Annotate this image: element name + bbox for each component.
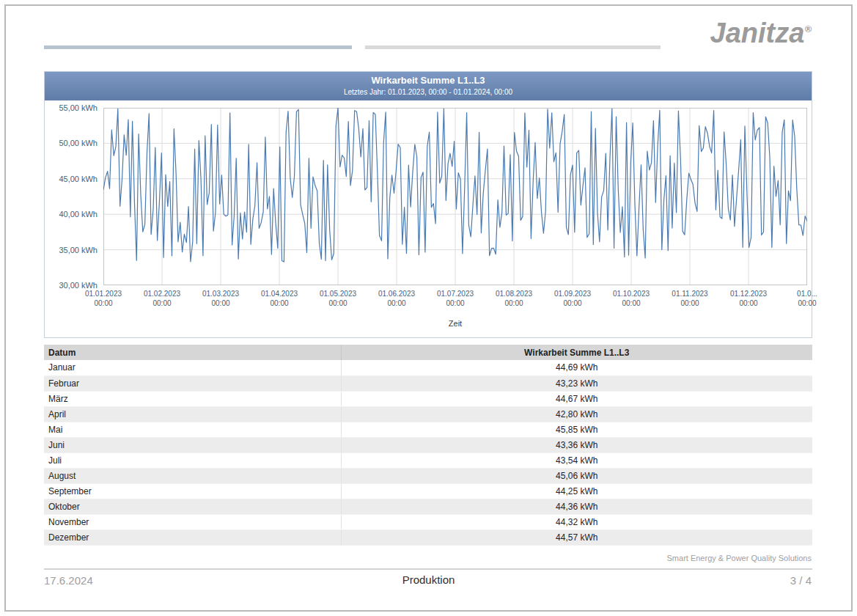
y-tick-label: 45,00 kWh xyxy=(45,175,98,183)
table-row: April42,80 kWh xyxy=(44,406,812,422)
y-tick-label: 50,00 kWh xyxy=(45,139,98,147)
kwh-value: 44,25 kWh xyxy=(341,483,812,499)
x-tick-label: 01.0...00:00 xyxy=(797,289,817,308)
kwh-value: 44,69 kWh xyxy=(341,360,812,375)
x-tick-label: 01.10.202300:00 xyxy=(613,289,650,308)
table-row: Oktober44,36 kWh xyxy=(44,499,812,514)
header-rule-right xyxy=(365,45,661,49)
y-tick-label: 55,00 kWh xyxy=(45,103,98,112)
kwh-value: 43,54 kWh xyxy=(341,452,812,468)
table-row: Juli43,54 kWh xyxy=(44,452,812,468)
month-label: Februar xyxy=(44,375,341,391)
table-row: September44,25 kWh xyxy=(44,483,812,499)
kwh-value: 43,36 kWh xyxy=(341,437,812,452)
footer-report-name: Produktion xyxy=(0,573,857,586)
y-tick-label: 40,00 kWh xyxy=(45,210,98,219)
x-tick-label: 01.08.202300:00 xyxy=(496,289,532,308)
month-label: Juni xyxy=(44,437,341,452)
x-tick-label: 01.11.202300:00 xyxy=(672,289,707,308)
footer-tagline: Smart Energy & Power Quality Solutions xyxy=(667,554,812,562)
table-row: Dezember44,57 kWh xyxy=(44,529,812,545)
table-header-row: Datum Wirkarbeit Summe L1..L3 xyxy=(44,345,812,360)
kwh-value: 45,06 kWh xyxy=(341,468,812,483)
x-tick-label: 01.02.202300:00 xyxy=(144,289,180,308)
table-row: Juni43,36 kWh xyxy=(44,437,812,452)
chart-subtitle: Letztes Jahr: 01.01.2023, 00:00 - 01.01.… xyxy=(45,88,812,96)
x-tick-label: 01.07.202300:00 xyxy=(437,289,474,308)
footer-page-number: 3 / 4 xyxy=(790,574,812,587)
x-tick-label: 01.03.202300:00 xyxy=(202,289,239,308)
month-label: Mai xyxy=(44,422,341,437)
month-label: August xyxy=(44,468,341,483)
kwh-value: 44,32 kWh xyxy=(341,514,812,529)
line-chart xyxy=(103,108,807,285)
month-label: September xyxy=(44,483,341,499)
chart-title: Wirkarbeit Summe L1..L3 xyxy=(45,75,812,86)
x-tick-label: 01.01.202300:00 xyxy=(85,289,122,308)
month-label: April xyxy=(44,406,341,422)
kwh-value: 44,36 kWh xyxy=(341,499,812,514)
kwh-value: 45,85 kWh xyxy=(341,422,812,437)
x-tick-label: 01.12.202300:00 xyxy=(730,289,767,308)
month-label: März xyxy=(44,391,341,406)
x-axis-title: Zeit xyxy=(103,319,807,328)
janitza-logo: Janitza® xyxy=(710,15,812,48)
table-row: Mai45,85 kWh xyxy=(44,422,812,437)
header-rule-left xyxy=(44,45,352,49)
table-row: November44,32 kWh xyxy=(44,514,812,529)
monthly-values-table: Datum Wirkarbeit Summe L1..L3 Januar44,6… xyxy=(44,345,812,546)
table-row: März44,67 kWh xyxy=(44,391,812,406)
chart-header: Wirkarbeit Summe L1..L3 Letztes Jahr: 01… xyxy=(45,72,812,100)
logo-registered-mark: ® xyxy=(804,23,812,34)
kwh-value: 44,57 kWh xyxy=(341,529,812,545)
table-row: Januar44,69 kWh xyxy=(44,360,812,375)
month-label: Oktober xyxy=(44,499,341,514)
column-header-wirkarbeit: Wirkarbeit Summe L1..L3 xyxy=(341,345,812,360)
x-tick-label: 01.06.202300:00 xyxy=(378,289,415,308)
kwh-value: 42,80 kWh xyxy=(341,406,812,422)
month-label: Dezember xyxy=(44,529,341,545)
x-tick-label: 01.05.202300:00 xyxy=(320,289,356,308)
kwh-value: 44,67 kWh xyxy=(341,391,812,406)
table-row: Februar43,23 kWh xyxy=(44,375,812,391)
month-label: Januar xyxy=(44,360,341,375)
x-tick-label: 01.04.202300:00 xyxy=(261,289,298,308)
month-label: November xyxy=(44,514,341,529)
table-row: August45,06 kWh xyxy=(44,468,812,483)
kwh-value: 43,23 kWh xyxy=(341,375,812,391)
chart-panel: Wirkarbeit Summe L1..L3 Letztes Jahr: 01… xyxy=(44,71,812,338)
logo-text: Janitza xyxy=(710,18,805,48)
column-header-datum: Datum xyxy=(44,345,341,360)
month-label: Juli xyxy=(44,452,341,468)
y-tick-label: 35,00 kWh xyxy=(45,246,98,254)
footer-divider xyxy=(44,568,812,570)
x-tick-label: 01.09.202300:00 xyxy=(554,289,591,308)
